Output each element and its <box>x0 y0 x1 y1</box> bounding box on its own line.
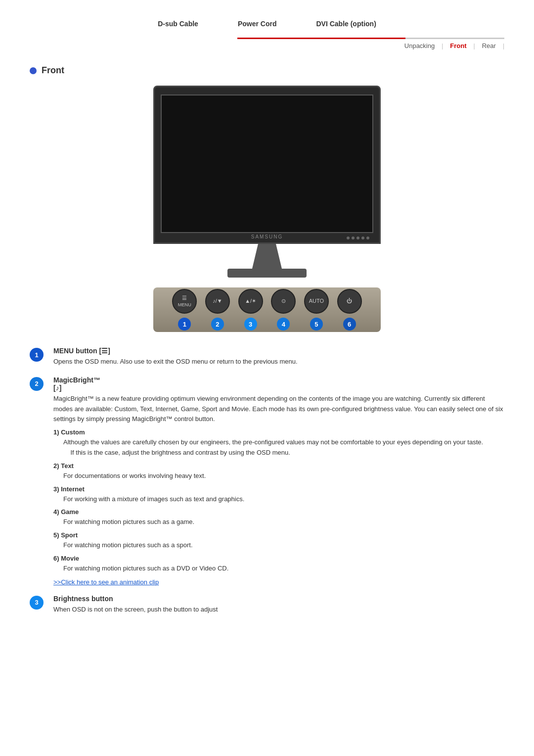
desc-subitem-game: 4) Game For watching motion pictures suc… <box>53 508 504 527</box>
tab-front[interactable]: Front <box>443 41 473 50</box>
subitem-text-text: For documentations or works involving he… <box>53 471 504 481</box>
panel-button-3: ▲/✶ 3 <box>238 289 263 331</box>
menu-icon: ☰MENU <box>178 295 191 308</box>
button-number-2: 2 <box>211 318 224 331</box>
monitor-screen <box>161 94 373 233</box>
button-panel-container: ☰MENU 1 ♪/▼ 2 ▲/✶ 3 ⊙ 4 <box>30 287 504 332</box>
nav-tabs: Unpacking | Front | Rear | <box>30 38 504 50</box>
animation-link[interactable]: >>Click here to see an animation clip <box>53 578 159 586</box>
monitor-lights <box>347 236 369 239</box>
subitem-title-internet: 3) Internet <box>53 485 504 493</box>
desc-label-brightness: Brightness button <box>53 595 504 603</box>
desc-text-menu: Opens the OSD menu. Also use to exit the… <box>53 357 504 367</box>
power-button[interactable]: ⏻ <box>337 289 362 314</box>
subitem-title-movie: 6) Movie <box>53 555 504 562</box>
desc-item-3: 3 Brightness button When OSD is not on t… <box>30 595 504 615</box>
section-dot-icon <box>30 67 37 74</box>
brightness-button[interactable]: ▲/✶ <box>238 289 263 314</box>
menu-button[interactable]: ☰MENU <box>172 289 197 314</box>
button-number-5: 5 <box>310 318 323 331</box>
magicbright-button[interactable]: ♪/▼ <box>205 289 230 314</box>
tab-rear[interactable]: Rear <box>475 41 503 50</box>
subitem-text-game: For watching motion pictures such as a g… <box>53 517 504 527</box>
subitem-text-internet: For working with a mixture of images suc… <box>53 494 504 505</box>
monitor-brand: SAMSUNG <box>251 234 283 239</box>
descriptions: 1 MENU button [☰] Opens the OSD menu. Al… <box>30 347 504 615</box>
subitem-title-custom: 1) Custom <box>53 428 504 436</box>
monitor-neck <box>252 244 282 269</box>
monitor-base <box>227 269 307 278</box>
desc-subitem-text: 2) Text For documentations or works invo… <box>53 462 504 481</box>
subitem-title-sport: 5) Sport <box>53 531 504 539</box>
tab-sep-3: | <box>503 43 504 49</box>
desc-label-menu: MENU button [☰] <box>53 347 504 355</box>
magicbright-icon: ♪/▼ <box>213 298 222 304</box>
monitor-body: SAMSUNG <box>153 86 381 244</box>
cables-header: D-sub Cable Power Cord DVI Cable (option… <box>30 15 504 28</box>
subitem-text-custom: Although the values are carefully chosen… <box>53 437 504 458</box>
panel-button-4: ⊙ 4 <box>271 289 296 331</box>
desc-subitem-sport: 5) Sport For watching motion pictures su… <box>53 531 504 551</box>
desc-item-1: 1 MENU button [☰] Opens the OSD menu. Al… <box>30 347 504 367</box>
desc-item-2: 2 MagicBright™[♪] MagicBright™ is a new … <box>30 376 504 586</box>
subitem-title-text: 2) Text <box>53 462 504 470</box>
desc-content-3: Brightness button When OSD is not on the… <box>53 595 504 615</box>
section-title: Front <box>30 65 504 76</box>
cable1-label: D-sub Cable <box>158 20 198 28</box>
input-button[interactable]: ⊙ <box>271 289 296 314</box>
subitem-text-movie: For watching motion pictures such as a D… <box>53 564 504 574</box>
desc-number-3: 3 <box>30 596 44 610</box>
monitor-image: SAMSUNG <box>30 86 504 278</box>
desc-content-2: MagicBright™[♪] MagicBright™ is a new fe… <box>53 376 504 586</box>
desc-label-magicbright: MagicBright™[♪] <box>53 376 504 392</box>
subitem-text-sport: For watching motion pictures such as a s… <box>53 540 504 551</box>
panel-button-5: AUTO 5 <box>304 289 329 331</box>
cable3-label: DVI Cable (option) <box>316 20 376 28</box>
panel-button-2: ♪/▼ 2 <box>205 289 230 331</box>
auto-button[interactable]: AUTO <box>304 289 329 314</box>
power-icon: ⏻ <box>347 298 352 304</box>
button-number-3: 3 <box>244 318 257 331</box>
desc-text-magicbright: MagicBright™ is a new feature providing … <box>53 394 504 425</box>
desc-content-1: MENU button [☰] Opens the OSD menu. Also… <box>53 347 504 367</box>
section-title-text: Front <box>42 65 64 76</box>
auto-icon: AUTO <box>309 298 324 304</box>
button-number-1: 1 <box>178 318 191 331</box>
button-number-4: 4 <box>277 318 290 331</box>
tab-unpacking[interactable]: Unpacking <box>398 41 442 50</box>
subitem-title-game: 4) Game <box>53 508 504 516</box>
button-panel: ☰MENU 1 ♪/▼ 2 ▲/✶ 3 ⊙ 4 <box>153 287 381 332</box>
desc-text-brightness: When OSD is not on the screen, push the … <box>53 605 504 615</box>
input-icon: ⊙ <box>281 298 286 304</box>
desc-subitem-movie: 6) Movie For watching motion pictures su… <box>53 555 504 574</box>
desc-number-2: 2 <box>30 377 44 391</box>
desc-subitem-custom: 1) Custom Although the values are carefu… <box>53 428 504 458</box>
panel-button-6: ⏻ 6 <box>337 289 362 331</box>
button-number-6: 6 <box>343 318 356 331</box>
panel-button-1: ☰MENU 1 <box>172 289 197 331</box>
desc-number-1: 1 <box>30 348 44 362</box>
cable2-label: Power Cord <box>238 20 277 28</box>
brightness-icon: ▲/✶ <box>245 298 256 304</box>
desc-subitem-internet: 3) Internet For working with a mixture o… <box>53 485 504 505</box>
